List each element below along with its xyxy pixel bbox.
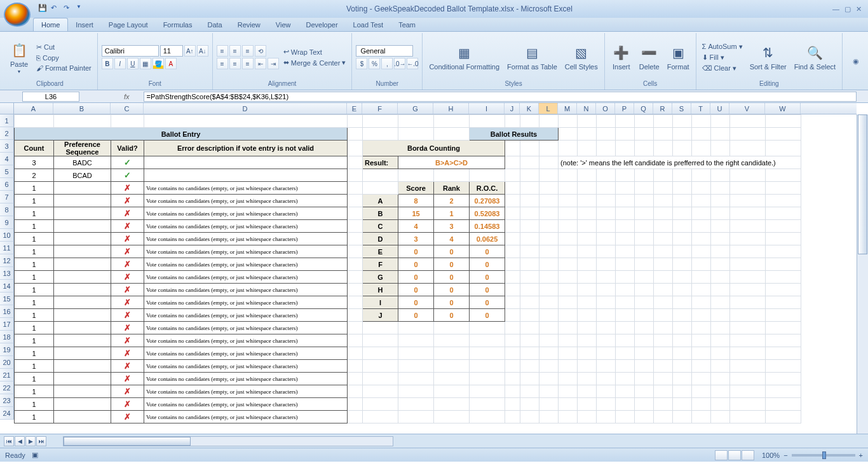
ribbon-tab-view[interactable]: View [268,18,299,31]
page-layout-view-button[interactable] [728,450,741,460]
ribbon-tab-review[interactable]: Review [230,18,268,31]
row-header-15[interactable]: 15 [0,292,14,305]
row-header-24[interactable]: 24 [0,407,14,420]
col-header-N[interactable]: N [577,103,596,114]
row-header-22[interactable]: 22 [0,382,14,394]
conditional-formatting-button[interactable]: ▦Conditional Formatting [426,43,502,72]
row-header-18[interactable]: 18 [0,331,14,343]
row-header-3[interactable]: 3 [0,140,14,153]
col-header-O[interactable]: O [596,103,615,114]
col-header-P[interactable]: P [615,103,634,114]
row-header-21[interactable]: 21 [0,369,14,382]
zoom-slider[interactable] [792,454,855,457]
row-header-2[interactable]: 2 [0,127,14,140]
save-icon[interactable]: 💾 [38,4,48,14]
col-header-A[interactable]: A [14,103,53,114]
row-header-8[interactable]: 8 [0,203,14,216]
restore-button[interactable]: ▢ [844,5,851,13]
worksheet[interactable]: ABCDEFGHIJKLMNOPQRSTUVW 1234567891011121… [0,103,868,434]
undo-icon[interactable]: ↶ [51,4,61,14]
delete-cells-button[interactable]: ➖Delete [637,43,662,72]
col-header-D[interactable]: D [144,103,347,114]
row-header-16[interactable]: 16 [0,305,14,318]
vertical-scrollbar[interactable] [857,114,868,434]
zoom-in-button[interactable]: + [859,451,863,459]
macro-record-icon[interactable]: ▣ [32,451,38,459]
sort-filter-button[interactable]: ⇅Sort & Filter [747,43,789,72]
col-header-C[interactable]: C [111,103,144,114]
select-all-corner[interactable] [0,103,14,114]
format-painter-button[interactable]: 🖌Format Painter [34,64,93,72]
fx-icon[interactable]: fx [124,93,130,100]
underline-button[interactable]: U [127,58,139,69]
cell-styles-button[interactable]: ▧Cell Styles [562,43,600,72]
row-header-9[interactable]: 9 [0,216,14,229]
number-format-combo[interactable] [356,45,413,57]
col-header-M[interactable]: M [558,103,577,114]
font-name-combo[interactable] [102,45,159,57]
col-header-G[interactable]: G [398,103,433,114]
align-middle-button[interactable]: ≡ [229,45,241,57]
col-header-J[interactable]: J [505,103,520,114]
decrease-decimal-button[interactable]: ←.0 [407,58,418,69]
format-cells-button[interactable]: ▣Format [665,43,692,72]
minimize-button[interactable]: ― [832,5,839,13]
name-box[interactable] [22,92,79,102]
normal-view-button[interactable] [715,450,728,460]
copy-button[interactable]: ⎘Copy [34,53,93,62]
ribbon-tab-insert[interactable]: Insert [68,18,101,31]
col-header-E[interactable]: E [347,103,362,114]
clear-button[interactable]: ⌫ Clear ▾ [700,64,745,73]
italic-button[interactable]: I [114,58,126,69]
font-color-button[interactable]: A [165,58,177,69]
align-center-button[interactable]: ≡ [229,58,241,69]
format-as-table-button[interactable]: ▤Format as Table [505,43,560,72]
align-right-button[interactable]: ≡ [242,58,254,69]
col-header-H[interactable]: H [433,103,469,114]
bold-button[interactable]: B [102,58,113,69]
paste-button[interactable]: 📋Paste▼ [6,40,32,75]
orientation-button[interactable]: ⟲ [255,45,266,57]
ribbon-tab-developer[interactable]: Developer [298,18,345,31]
col-header-W[interactable]: W [765,103,801,114]
col-header-S[interactable]: S [672,103,691,114]
ribbon-tab-data[interactable]: Data [200,18,229,31]
ribbon-tab-formulas[interactable]: Formulas [156,18,200,31]
row-header-6[interactable]: 6 [0,178,14,191]
zoom-level[interactable]: 100% [762,451,780,459]
merge-center-button[interactable]: ⬌Merge & Center ▾ [281,58,348,67]
help-icon[interactable]: ◉ [853,57,859,65]
fill-color-button[interactable]: 🪣 [153,58,164,69]
col-header-L[interactable]: L [539,103,558,114]
row-header-10[interactable]: 10 [0,229,14,242]
formula-input[interactable] [144,92,857,102]
col-header-R[interactable]: R [653,103,672,114]
col-header-U[interactable]: U [710,103,729,114]
ribbon-tab-load-test[interactable]: Load Test [346,18,391,31]
row-header-7[interactable]: 7 [0,191,14,203]
increase-decimal-button[interactable]: .0→ [394,58,405,69]
col-header-V[interactable]: V [729,103,765,114]
row-header-19[interactable]: 19 [0,343,14,356]
insert-cells-button[interactable]: ➕Insert [609,43,634,72]
close-button[interactable]: ✕ [856,5,862,13]
ribbon-tab-page-layout[interactable]: Page Layout [101,18,156,31]
increase-font-button[interactable]: A↑ [184,45,196,57]
font-size-combo[interactable] [160,45,183,57]
autosum-button[interactable]: Σ AutoSum ▾ [700,42,745,52]
find-select-button[interactable]: 🔍Find & Select [792,43,838,72]
comma-button[interactable]: , [381,58,393,69]
align-top-button[interactable]: ≡ [217,45,228,57]
percent-button[interactable]: % [369,58,380,69]
redo-icon[interactable]: ↷ [64,4,74,14]
col-header-T[interactable]: T [691,103,710,114]
decrease-font-button[interactable]: A↓ [197,45,208,57]
col-header-I[interactable]: I [469,103,505,114]
increase-indent-button[interactable]: ⇥ [268,58,279,69]
ribbon-tab-team[interactable]: Team [391,18,423,31]
next-sheet-button[interactable]: ▶ [25,436,36,446]
row-header-11[interactable]: 11 [0,242,14,254]
page-break-view-button[interactable] [742,450,754,460]
prev-sheet-button[interactable]: ◀ [15,436,25,446]
row-header-14[interactable]: 14 [0,280,14,292]
